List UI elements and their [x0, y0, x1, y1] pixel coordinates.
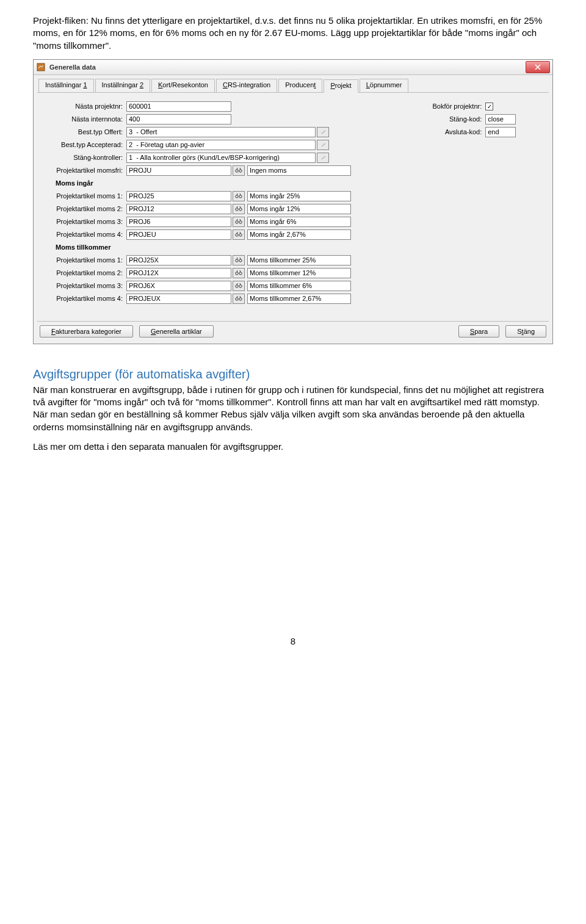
row-moms4-i: Projektartikel moms 4:	[37, 228, 396, 241]
generella-data-window: Generella data Inställningar 1 Inställni…	[33, 59, 553, 344]
lookup-icon[interactable]: ⟋	[317, 153, 329, 163]
input[interactable]	[126, 204, 231, 214]
input-stang-kontroller[interactable]	[126, 153, 316, 163]
tab-installningar-2[interactable]: Inställningar 2	[95, 79, 151, 92]
input[interactable]	[126, 281, 231, 291]
label: Best.typ Accepterad:	[37, 141, 126, 148]
svg-point-17	[236, 298, 238, 300]
window-content: Inställningar 1 Inställningar 2 Kort/Res…	[34, 75, 552, 344]
svg-point-13	[236, 272, 238, 275]
tab-crs-integration[interactable]: CRS-integration	[216, 79, 277, 92]
input-besttyp-offert[interactable]	[126, 127, 316, 137]
row-moms3-i: Projektartikel moms 3:	[37, 215, 396, 228]
input-besttyp-accepterad[interactable]	[126, 140, 316, 150]
tab-projekt[interactable]: Projekt	[324, 79, 358, 93]
label: Nästa internnota:	[37, 115, 126, 123]
row-moms4-t: Projektartikel moms 4:	[37, 292, 396, 305]
form-wrap: Nästa projektnr: Nästa internnota: Best.…	[37, 100, 549, 305]
input[interactable]	[126, 217, 231, 227]
button-stang[interactable]: Stäng	[505, 325, 546, 337]
desc[interactable]	[247, 191, 351, 201]
avgift-paragraph: När man konstruerar en avgiftsgrupp, båd…	[33, 384, 553, 433]
desc[interactable]	[247, 294, 351, 304]
button-generella-artiklar[interactable]: Generella artiklar	[139, 325, 214, 337]
section-title: Moms tillkommer	[37, 244, 145, 251]
svg-point-2	[239, 170, 242, 172]
lookup-icon[interactable]: ⟋	[317, 140, 329, 150]
input-nasta-internnota[interactable]	[126, 114, 231, 125]
svg-point-11	[236, 259, 238, 262]
binoculars-icon[interactable]	[233, 204, 245, 214]
close-button[interactable]	[526, 61, 550, 73]
svg-point-15	[236, 285, 238, 287]
binoculars-icon[interactable]	[233, 281, 245, 291]
button-fakturerbara-kategorier[interactable]: Fakturerbara kategorier	[40, 325, 133, 337]
desc[interactable]	[247, 204, 351, 214]
input[interactable]	[126, 255, 231, 265]
binoculars-icon[interactable]	[233, 229, 245, 240]
row-bokfor-projektnr: Bokför projektnr: ✓	[408, 100, 549, 113]
svg-point-7	[236, 221, 238, 223]
lookup-icon[interactable]: ⟋	[317, 127, 329, 137]
svg-point-9	[236, 234, 238, 236]
row-moms2-t: Projektartikel moms 2:	[37, 267, 396, 280]
window-title: Generella data	[49, 63, 526, 71]
svg-point-10	[239, 234, 242, 236]
avgift-paragraph-2: Läs mer om detta i den separata manualen…	[33, 441, 553, 453]
label: Avsluta-kod:	[408, 128, 485, 135]
input[interactable]	[126, 268, 231, 278]
bottom-bar: Fakturerbara kategorier Generella artikl…	[37, 321, 549, 340]
app-icon	[36, 62, 46, 72]
label: Stäng-kod:	[408, 115, 485, 123]
close-icon	[535, 64, 541, 70]
label: Projektartikel moms 1:	[37, 256, 126, 264]
row-avsluta-kod: Avsluta-kod:	[408, 126, 549, 139]
tab-installningar-1[interactable]: Inställningar 1	[38, 79, 94, 92]
svg-point-6	[239, 208, 242, 211]
tab-producent[interactable]: Producent	[278, 79, 322, 92]
input[interactable]	[126, 294, 231, 304]
input[interactable]	[126, 191, 231, 201]
input-nasta-projektnr[interactable]	[126, 101, 231, 112]
row-moms3-t: Projektartikel moms 3:	[37, 280, 396, 292]
input[interactable]	[126, 229, 231, 240]
binoculars-icon[interactable]	[233, 191, 245, 201]
label: Stäng-kontroller:	[37, 154, 126, 161]
spacer	[220, 325, 452, 337]
input-avsluta-kod[interactable]	[485, 127, 516, 137]
desc[interactable]	[247, 255, 351, 265]
checkbox-bokfor[interactable]: ✓	[485, 103, 493, 110]
svg-point-18	[239, 298, 242, 300]
input-stang-kod[interactable]	[485, 114, 516, 125]
button-spara[interactable]: Spara	[458, 325, 499, 337]
binoculars-icon[interactable]	[233, 294, 245, 304]
desc[interactable]	[247, 217, 351, 227]
section-title: Moms ingår	[37, 179, 145, 187]
row-stang-kod: Stäng-kod:	[408, 113, 549, 126]
row-projektartikel-momsfri: Projektartikel momsfri:	[37, 164, 396, 177]
desc-projektartikel-momsfri[interactable]	[247, 165, 351, 176]
label: Projektartikel moms 2:	[37, 205, 126, 212]
label: Nästa projektnr:	[37, 103, 126, 110]
binoculars-icon[interactable]	[233, 255, 245, 265]
row-moms2-i: Projektartikel moms 2:	[37, 203, 396, 215]
label: Projektartikel moms 3:	[37, 218, 126, 225]
binoculars-icon[interactable]	[233, 217, 245, 227]
binoculars-icon[interactable]	[233, 165, 245, 176]
tab-kort-resekonton[interactable]: Kort/Resekonton	[151, 79, 215, 92]
svg-point-1	[236, 170, 238, 172]
desc[interactable]	[247, 281, 351, 291]
row-stang-kontroller: Stäng-kontroller: ⟋	[37, 151, 396, 164]
svg-point-16	[239, 285, 242, 287]
desc[interactable]	[247, 229, 351, 240]
binoculars-icon[interactable]	[233, 268, 245, 278]
tab-lopnummer[interactable]: Löpnummer	[360, 79, 409, 92]
label: Projektartikel moms 1:	[37, 192, 126, 200]
input-projektartikel-momsfri[interactable]	[126, 165, 231, 176]
desc[interactable]	[247, 268, 351, 278]
label: Projektartikel moms 3:	[37, 282, 126, 289]
heading-avgiftsgrupper: Avgiftsgrupper (för automatiska avgifter…	[33, 367, 553, 381]
svg-point-8	[239, 221, 242, 223]
svg-point-4	[239, 195, 242, 198]
label: Best.typ Offert:	[37, 128, 126, 135]
